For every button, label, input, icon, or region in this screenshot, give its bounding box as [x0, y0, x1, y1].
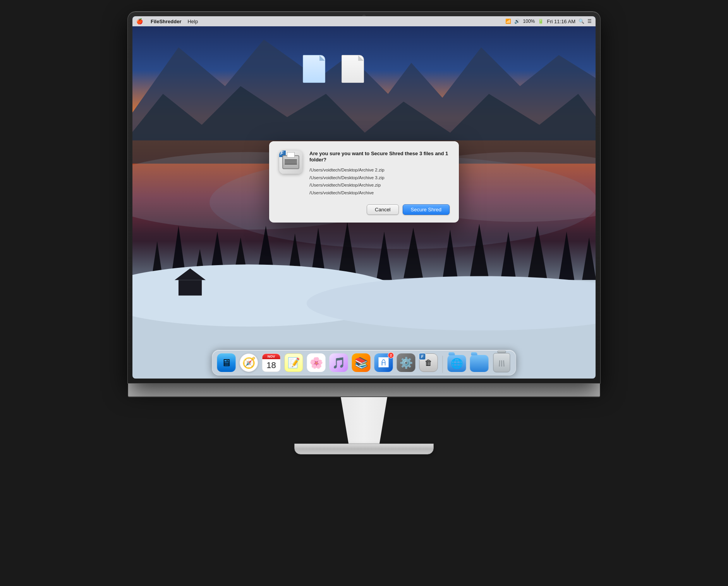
shredder-paper: [287, 152, 295, 158]
cancel-button[interactable]: Cancel: [367, 204, 398, 215]
dialog-file-4: /Users/voidtech/Desktop/Archive: [309, 189, 450, 197]
dialog-title: Are you sure you want to Secure Shred th…: [309, 151, 450, 164]
secure-shred-button[interactable]: Secure Shred: [403, 204, 450, 215]
fileshredder-app-icon: F: [279, 151, 302, 174]
shredder-body: [282, 155, 299, 169]
dialog-file-1: /Users/voidtech/Desktop/Archive 2.zip: [309, 166, 450, 174]
dialog-file-list: /Users/voidtech/Desktop/Archive 2.zip /U…: [309, 166, 450, 197]
confirmation-dialog: F Are you sure: [269, 141, 459, 223]
dialog-content: F Are you sure: [278, 151, 450, 197]
shredder-slot-3: [285, 163, 297, 164]
imac-computer: 🍎 FileShredder Help 📶 🔊 100% 🔋 Fri 11:16…: [120, 0, 608, 586]
imac-chin: [128, 383, 600, 397]
desktop: 🍎 FileShredder Help 📶 🔊 100% 🔋 Fri 11:16…: [132, 16, 596, 379]
imac-stand-neck: [325, 397, 403, 444]
shredder-slot-1: [285, 159, 297, 161]
imac-bezel: 🍎 FileShredder Help 📶 🔊 100% 🔋 Fri 11:16…: [128, 12, 600, 383]
screen: 🍎 FileShredder Help 📶 🔊 100% 🔋 Fri 11:16…: [132, 16, 596, 379]
dialog-app-icon: F: [278, 151, 303, 175]
shredder-slot-2: [285, 161, 297, 163]
dialog-overlay: F Are you sure: [132, 16, 596, 379]
dialog-buttons: Cancel Secure Shred: [278, 204, 450, 215]
dialog-text-area: Are you sure you want to Secure Shred th…: [309, 151, 450, 197]
dialog-file-3: /Users/voidtech/Desktop/Archive.zip: [309, 182, 450, 189]
imac-stand-base: [294, 444, 434, 454]
dialog-file-2: /Users/voidtech/Desktop/Archive 3.zip: [309, 174, 450, 182]
